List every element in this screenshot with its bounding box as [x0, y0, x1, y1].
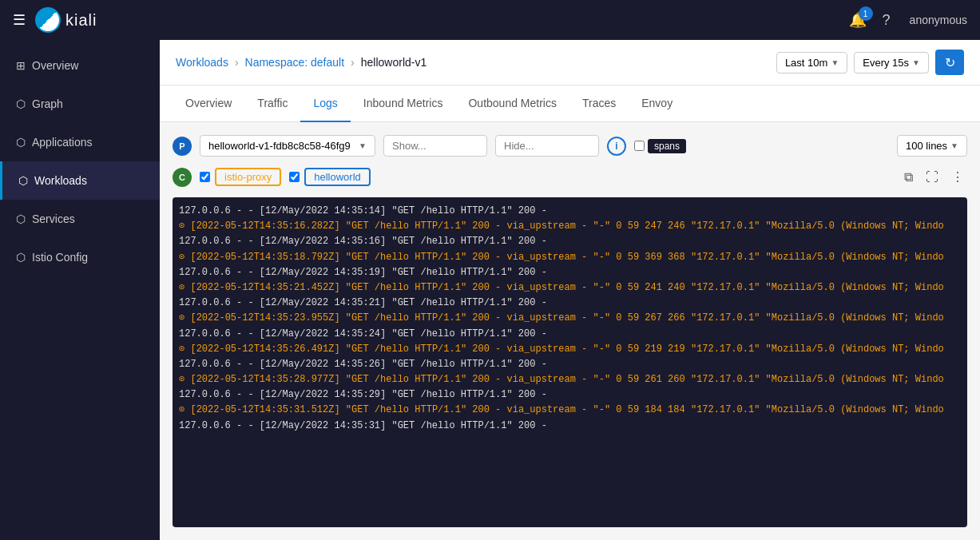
log-line: ⊙ [2022-05-12T14:35:23.955Z] "GET /hello… — [179, 311, 961, 326]
log-controls: P helloworld-v1-fdb8c8c58-46fg9 ▼ i span… — [173, 135, 967, 157]
log-line: 127.0.0.6 - - [12/May/2022 14:35:24] "GE… — [179, 327, 961, 342]
log-line: 127.0.0.6 - - [12/May/2022 14:35:21] "GE… — [179, 296, 961, 311]
tab-envoy[interactable]: Envoy — [629, 85, 685, 122]
services-icon: ⬡ — [16, 212, 26, 225]
logo-text: kiali — [65, 11, 97, 30]
log-line: 127.0.0.6 - - [12/May/2022 14:35:26] "GE… — [179, 357, 961, 372]
show-filter-input[interactable] — [383, 135, 487, 157]
helloworld-checkbox[interactable] — [289, 172, 300, 182]
notification-badge: 1 — [859, 6, 873, 21]
graph-icon: ⬡ — [16, 97, 26, 110]
log-line: ⊙ [2022-05-12T14:35:28.977Z] "GET /hello… — [179, 372, 961, 387]
content-area: P helloworld-v1-fdb8c8c58-46fg9 ▼ i span… — [160, 122, 980, 540]
log-line: 127.0.0.6 - - [12/May/2022 14:35:29] "GE… — [179, 387, 961, 403]
log-line: 127.0.0.6 - - [12/May/2022 14:35:31] "GE… — [179, 419, 961, 434]
lines-select[interactable]: 100 lines ▼ — [897, 135, 967, 157]
last-time-label: Last 10m — [785, 57, 827, 69]
log-line: ⊙ [2022-05-12T14:35:18.792Z] "GET /hello… — [179, 250, 961, 265]
helloworld-label: helloworld — [304, 168, 371, 186]
helloworld-container: helloworld — [289, 168, 371, 186]
tab-overview[interactable]: Overview — [173, 85, 244, 122]
sidebar-item-workloads[interactable]: ⬡ Workloads — [0, 161, 160, 200]
chevron-down-icon: ▼ — [359, 141, 367, 150]
tab-logs[interactable]: Logs — [300, 85, 350, 122]
sidebar-item-label: Graph — [32, 97, 63, 110]
spans-checkbox[interactable] — [634, 141, 645, 151]
breadcrumb-namespace[interactable]: Namespace: default — [245, 56, 345, 69]
kiali-logo-icon — [35, 7, 61, 33]
every-time-select[interactable]: Every 15s ▼ — [854, 52, 929, 73]
copy-log-button[interactable]: ⧉ — [901, 167, 916, 188]
help-icon[interactable]: ? — [883, 12, 891, 29]
container-badge: C — [173, 168, 192, 187]
log-line: ⊙ [2022-05-12T14:35:26.491Z] "GET /hello… — [179, 342, 961, 357]
istio-proxy-container: istio-proxy — [200, 168, 281, 186]
log-actions: ⧉ ⛶ ⋮ — [901, 166, 967, 188]
notifications-bell[interactable]: 🔔 1 — [849, 11, 867, 29]
tab-traffic[interactable]: Traffic — [244, 85, 300, 122]
breadcrumb-workloads[interactable]: Workloads — [176, 56, 228, 69]
log-output[interactable]: 127.0.0.6 - - [12/May/2022 14:35:14] "GE… — [173, 197, 967, 527]
refresh-button[interactable]: ↻ — [935, 50, 964, 75]
container-row: C istio-proxy helloworld ⧉ ⛶ ⋮ — [173, 166, 967, 188]
log-line: 127.0.0.6 - - [12/May/2022 14:35:19] "GE… — [179, 265, 961, 280]
breadcrumb-sep-1: › — [235, 56, 239, 69]
tab-traces[interactable]: Traces — [569, 85, 629, 122]
tab-outbound-metrics[interactable]: Outbound Metrics — [455, 85, 569, 122]
sidebar-item-overview[interactable]: ⊞ Overview — [0, 46, 160, 85]
istio-config-icon: ⬡ — [16, 251, 26, 264]
sidebar-item-label: Services — [32, 212, 75, 225]
pod-name: helloworld-v1-fdb8c8c58-46fg9 — [208, 140, 351, 152]
chevron-down-icon: ▼ — [912, 58, 920, 67]
topnav: ☰ kiali 🔔 1 ? anonymous — [0, 0, 980, 40]
pod-badge: P — [173, 137, 192, 156]
every-time-label: Every 15s — [863, 57, 909, 69]
applications-icon: ⬡ — [16, 136, 26, 149]
breadcrumb-controls: Last 10m ▼ Every 15s ▼ ↻ — [776, 50, 964, 75]
spans-label: spans — [648, 139, 686, 153]
tab-bar: Overview Traffic Logs Inbound Metrics Ou… — [160, 85, 980, 122]
chevron-down-icon: ▼ — [950, 141, 958, 150]
breadcrumb-sep-2: › — [351, 56, 355, 69]
fullscreen-log-button[interactable]: ⛶ — [922, 167, 942, 188]
breadcrumb-current: helloworld-v1 — [361, 56, 427, 69]
sidebar-item-applications[interactable]: ⬡ Applications — [0, 123, 160, 161]
chevron-down-icon: ▼ — [831, 58, 839, 67]
sidebar-item-label: Applications — [32, 136, 93, 149]
sidebar-item-label: Istio Config — [32, 251, 88, 264]
istio-proxy-checkbox[interactable] — [200, 172, 210, 182]
logo: kiali — [35, 7, 97, 33]
more-options-button[interactable]: ⋮ — [948, 166, 967, 188]
spans-checkbox-group: spans — [634, 139, 686, 153]
sidebar-item-istio-config[interactable]: ⬡ Istio Config — [0, 238, 160, 276]
hamburger-icon[interactable]: ☰ — [13, 11, 26, 29]
log-line: ⊙ [2022-05-12T14:35:31.512Z] "GET /hello… — [179, 403, 961, 418]
breadcrumb: Workloads › Namespace: default › hellowo… — [176, 56, 427, 69]
hide-filter-input[interactable] — [495, 135, 599, 157]
sidebar-item-label: Overview — [32, 59, 78, 72]
pod-select[interactable]: helloworld-v1-fdb8c8c58-46fg9 ▼ — [200, 135, 375, 157]
log-line: ⊙ [2022-05-12T14:35:21.452Z] "GET /hello… — [179, 280, 961, 296]
log-line: 127.0.0.6 - - [12/May/2022 14:35:14] "GE… — [179, 204, 961, 219]
sidebar: ⊞ Overview ⬡ Graph ⬡ Applications ⬡ Work… — [0, 40, 160, 540]
user-menu[interactable]: anonymous — [910, 14, 967, 26]
main-content: Workloads › Namespace: default › hellowo… — [160, 40, 980, 540]
last-time-select[interactable]: Last 10m ▼ — [776, 52, 847, 73]
workloads-icon: ⬡ — [18, 174, 28, 187]
sidebar-item-services[interactable]: ⬡ Services — [0, 200, 160, 238]
breadcrumb-bar: Workloads › Namespace: default › hellowo… — [160, 40, 980, 85]
overview-icon: ⊞ — [16, 59, 26, 72]
sidebar-item-graph[interactable]: ⬡ Graph — [0, 85, 160, 123]
info-icon[interactable]: i — [607, 137, 626, 156]
log-line: ⊙ [2022-05-12T14:35:16.282Z] "GET /hello… — [179, 219, 961, 234]
tab-inbound-metrics[interactable]: Inbound Metrics — [351, 85, 456, 122]
log-line: 127.0.0.6 - - [12/May/2022 14:35:16] "GE… — [179, 234, 961, 249]
lines-label: 100 lines — [906, 140, 947, 152]
sidebar-item-label: Workloads — [34, 174, 87, 187]
istio-proxy-label: istio-proxy — [215, 168, 281, 186]
